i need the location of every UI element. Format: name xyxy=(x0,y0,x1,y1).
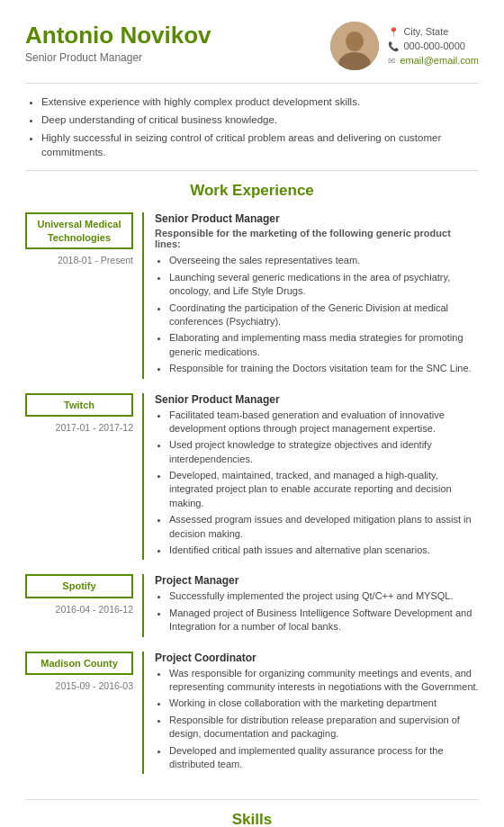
company-badge-0: Universal Medical Technologies xyxy=(25,212,133,249)
work-right-1: Senior Product Manager Facilitated team-… xyxy=(142,393,479,561)
bullet: Coordinating the participation of the Ge… xyxy=(169,301,479,329)
work-dates-0: 2018-01 - Present xyxy=(25,255,133,265)
work-dates-1: 2017-01 - 2017-12 xyxy=(25,422,133,433)
bullet: Facilitated team-based generation and ev… xyxy=(169,409,479,436)
header-divider xyxy=(25,83,479,84)
work-experience-title: Work Experience xyxy=(25,182,479,200)
job-title-2: Project Manager xyxy=(155,574,479,587)
work-right-3: Project Coordinator Was responsible for … xyxy=(142,652,479,775)
bullet: Identified critical path issues and alte… xyxy=(169,544,479,557)
contact-email: ✉ email@email.com xyxy=(388,55,479,66)
work-dates-3: 2015-09 - 2016-03 xyxy=(25,680,133,691)
company-badge-1: Twitch xyxy=(25,393,133,417)
location-icon: 📍 xyxy=(388,27,399,37)
work-right-2: Project Manager Successfully implemented… xyxy=(142,574,479,636)
email-link[interactable]: email@email.com xyxy=(400,55,479,66)
skills-divider xyxy=(25,799,479,800)
header-left: Antonio Novikov Senior Product Manager xyxy=(25,22,212,64)
job-bullets-0: Overseeing the sales representatives tea… xyxy=(155,254,479,375)
job-bullets-2: Successfully implemented the project usi… xyxy=(155,589,479,634)
work-left-2: Spotify 2016-04 - 2016-12 xyxy=(25,574,142,636)
job-title: Senior Product Manager xyxy=(25,51,212,64)
summary-divider xyxy=(25,170,479,171)
work-entry-0: Universal Medical Technologies 2018-01 -… xyxy=(25,212,479,378)
avatar-image xyxy=(330,22,379,70)
full-name: Antonio Novikov xyxy=(25,22,212,49)
work-entry-1: Twitch 2017-01 - 2017-12 Senior Product … xyxy=(25,393,479,561)
contact-phone: 📞 000-000-0000 xyxy=(388,40,479,51)
summary-list: Extensive experience with highly complex… xyxy=(25,94,479,159)
work-left-1: Twitch 2017-01 - 2017-12 xyxy=(25,393,142,561)
resume-container: Antonio Novikov Senior Product Manager 📍… xyxy=(0,0,504,827)
skills-section: Skills Web/Mobile Project Management Ade… xyxy=(25,811,479,827)
bullet: Launching several generic medications in… xyxy=(169,271,479,299)
bullet: Responsible for training the Doctors vis… xyxy=(169,362,479,375)
bullet: Elaborating and implementing mass media … xyxy=(169,331,479,359)
summary-item: Highly successful in seizing control of … xyxy=(41,130,479,159)
bullet: Developed, maintained, tracked, and mana… xyxy=(169,469,479,510)
bullet: Overseeing the sales representatives tea… xyxy=(169,254,479,267)
contact-location: 📍 City, State xyxy=(388,26,479,37)
bullet: Managed project of Business Intelligence… xyxy=(169,607,479,634)
svg-point-1 xyxy=(346,31,364,51)
contact-info: 📍 City, State 📞 000-000-0000 ✉ email@ema… xyxy=(388,26,479,66)
email-icon: ✉ xyxy=(388,56,395,66)
company-badge-3: Madison County xyxy=(25,652,133,675)
job-subtitle-0: Responsible for the marketing of the fol… xyxy=(155,228,479,249)
work-left-3: Madison County 2015-09 - 2016-03 xyxy=(25,652,142,775)
work-dates-2: 2016-04 - 2016-12 xyxy=(25,604,133,615)
location-text: City, State xyxy=(403,26,448,37)
bullet: Was responsible for organizing community… xyxy=(169,667,479,695)
job-title-1: Senior Product Manager xyxy=(155,393,479,406)
summary-section: Extensive experience with highly complex… xyxy=(25,94,479,159)
work-experience-section: Work Experience Universal Medical Techno… xyxy=(25,182,479,788)
job-bullets-3: Was responsible for organizing community… xyxy=(155,667,479,772)
work-entry-3: Madison County 2015-09 - 2016-03 Project… xyxy=(25,652,479,775)
bullet: Successfully implemented the project usi… xyxy=(169,589,479,603)
work-entries: Universal Medical Technologies 2018-01 -… xyxy=(25,212,479,788)
phone-icon: 📞 xyxy=(388,41,399,51)
header: Antonio Novikov Senior Product Manager 📍… xyxy=(25,22,479,70)
company-badge-2: Spotify xyxy=(25,574,133,598)
header-right: 📍 City, State 📞 000-000-0000 ✉ email@ema… xyxy=(330,22,479,70)
summary-item: Deep understanding of critical business … xyxy=(41,112,479,127)
job-title-3: Project Coordinator xyxy=(155,652,479,664)
work-right-0: Senior Product Manager Responsible for t… xyxy=(142,212,479,378)
summary-item: Extensive experience with highly complex… xyxy=(41,94,479,109)
bullet: Responsible for distribution release pre… xyxy=(169,714,479,742)
job-title-0: Senior Product Manager xyxy=(155,212,479,225)
bullet: Assessed program issues and developed mi… xyxy=(169,513,479,541)
job-bullets-1: Facilitated team-based generation and ev… xyxy=(155,409,479,558)
bullet: Developed and implemented quality assura… xyxy=(169,744,479,772)
work-entry-2: Spotify 2016-04 - 2016-12 Project Manage… xyxy=(25,574,479,636)
avatar xyxy=(330,22,379,70)
skills-title: Skills xyxy=(25,811,479,827)
bullet: Working in close collaboration with the … xyxy=(169,697,479,710)
bullet: Used project knowledge to strategize obj… xyxy=(169,438,479,466)
phone-text: 000-000-0000 xyxy=(403,40,465,51)
work-left-0: Universal Medical Technologies 2018-01 -… xyxy=(25,212,142,378)
